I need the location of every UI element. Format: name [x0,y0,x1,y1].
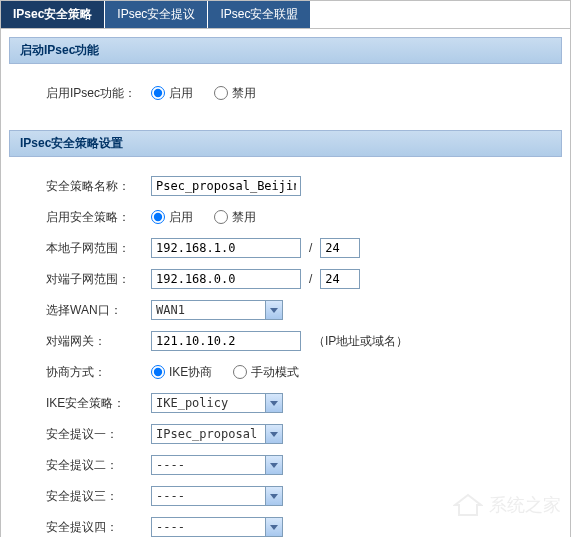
ipsec-enable-text: 启用 [169,85,193,102]
local-subnet-input[interactable] [151,238,301,258]
proposal3-value: ---- [156,489,185,503]
wan-select-value: WAN1 [156,303,185,317]
config-panel: IPsec安全策略 IPsec安全提议 IPsec安全联盟 启动IPsec功能 … [0,0,571,537]
remote-mask-input[interactable] [320,269,360,289]
proposal3-select[interactable]: ---- [151,486,283,506]
proposal2-label: 安全提议二： [46,457,151,474]
remote-subnet-input[interactable] [151,269,301,289]
policy-enable-radio[interactable] [151,210,165,224]
ipsec-enable-radio[interactable] [151,86,165,100]
slash-separator: / [309,272,312,286]
section-ipsec-enable: 启用IPsec功能： 启用 禁用 [1,64,570,122]
proposal4-value: ---- [156,520,185,534]
ike-policy-label: IKE安全策略： [46,395,151,412]
nego-manual-text: 手动模式 [251,364,299,381]
proposal2-value: ---- [156,458,185,472]
ipsec-disable-radio[interactable] [214,86,228,100]
local-mask-input[interactable] [320,238,360,258]
section-ipsec-enable-header: 启动IPsec功能 [9,37,562,64]
wan-select[interactable]: WAN1 [151,300,283,320]
nego-ike-radio[interactable] [151,365,165,379]
chevron-down-icon [265,487,282,505]
proposal3-label: 安全提议三： [46,488,151,505]
chevron-down-icon [265,394,282,412]
nego-manual-option[interactable]: 手动模式 [233,364,299,381]
policy-enable-option[interactable]: 启用 [151,209,193,226]
policy-disable-text: 禁用 [232,209,256,226]
nego-ike-text: IKE协商 [169,364,212,381]
tab-ipsec-sa[interactable]: IPsec安全联盟 [208,1,311,28]
proposal4-label: 安全提议四： [46,519,151,536]
tab-bar: IPsec安全策略 IPsec安全提议 IPsec安全联盟 [1,1,570,29]
tab-ipsec-proposal[interactable]: IPsec安全提议 [105,1,208,28]
ipsec-disable-option[interactable]: 禁用 [214,85,256,102]
proposal2-select[interactable]: ---- [151,455,283,475]
chevron-down-icon [265,425,282,443]
policy-disable-option[interactable]: 禁用 [214,209,256,226]
remote-gw-hint: （IP地址或域名） [313,333,408,350]
proposal1-select[interactable]: IPsec_proposal [151,424,283,444]
nego-label: 协商方式： [46,364,151,381]
tab-ipsec-policy[interactable]: IPsec安全策略 [1,1,105,28]
ipsec-disable-text: 禁用 [232,85,256,102]
proposal1-label: 安全提议一： [46,426,151,443]
wan-label: 选择WAN口： [46,302,151,319]
nego-ike-option[interactable]: IKE协商 [151,364,212,381]
remote-gw-label: 对端网关： [46,333,151,350]
ipsec-enable-option[interactable]: 启用 [151,85,193,102]
section-policy-header: IPsec安全策略设置 [9,130,562,157]
policy-name-label: 安全策略名称： [46,178,151,195]
ike-policy-value: IKE_policy [156,396,228,410]
slash-separator: / [309,241,312,255]
enable-policy-label: 启用安全策略： [46,209,151,226]
chevron-down-icon [265,518,282,536]
proposal1-value: IPsec_proposal [156,427,257,441]
remote-gw-input[interactable] [151,331,301,351]
local-subnet-label: 本地子网范围： [46,240,151,257]
proposal4-select[interactable]: ---- [151,517,283,537]
section-policy: 安全策略名称： 启用安全策略： 启用 禁用 本地子网范围： / 对端子网范围： … [1,157,570,537]
enable-ipsec-label: 启用IPsec功能： [46,85,151,102]
chevron-down-icon [265,301,282,319]
remote-subnet-label: 对端子网范围： [46,271,151,288]
policy-enable-text: 启用 [169,209,193,226]
chevron-down-icon [265,456,282,474]
policy-name-input[interactable] [151,176,301,196]
policy-disable-radio[interactable] [214,210,228,224]
nego-manual-radio[interactable] [233,365,247,379]
ike-policy-select[interactable]: IKE_policy [151,393,283,413]
